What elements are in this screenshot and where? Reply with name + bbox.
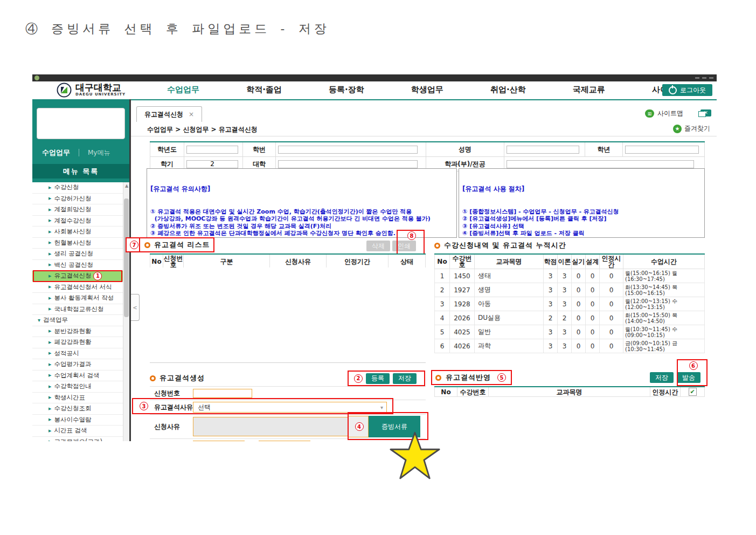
name-field[interactable] [507, 146, 579, 154]
arrow-right-icon: ▶ [48, 285, 51, 289]
table-row[interactable]: 54025일반33000월(10:30~11:45) 수(09:00~10:15… [435, 325, 705, 339]
reasontype-label: 유고결석사유 [150, 400, 193, 414]
sidebar-item-13[interactable]: ▾검색업무 [32, 315, 123, 326]
sidebar-item-17[interactable]: ▶수업평가결과 [32, 359, 123, 371]
register-button[interactable]: 등록 [366, 373, 390, 384]
page-title: ④ 증빙서류 선택 후 파일업로드 - 저장 [25, 20, 330, 37]
absence-list-table: No 신청번호 구분 신청사유 인정기간 상태 [150, 253, 426, 269]
table-row[interactable]: 21927생명33000화(13:30~14:45) 목(15:00~16:15… [435, 283, 705, 297]
sidebar-item-label: 분반강좌현황 [54, 327, 91, 335]
table-row[interactable]: 64026과학33000금(09:00~10:15) 금(10:30~11:45… [435, 339, 705, 353]
nav-item-6[interactable]: 국제교류 [573, 85, 605, 95]
arrow-right-icon: ▶ [48, 329, 51, 333]
table-row[interactable]: 31928아동33000월(12:00~13:15) 수(12:00~13:15… [435, 297, 705, 311]
sidebar-item-label: 봉사이수열람 [54, 416, 91, 424]
grade-field[interactable] [625, 146, 699, 154]
sidebar-item-24[interactable]: ▶교과목개요(교과) [32, 437, 123, 442]
notice-cautions-title: [유고결석 유의사항] [150, 186, 453, 193]
sidebar-item-2[interactable]: ▶수강허가신청 [32, 194, 123, 205]
sidebar-item-10[interactable]: ▶유고결석신청서 서식 [32, 282, 123, 293]
section-bullet-icon [150, 375, 156, 381]
favorite-link[interactable]: ★ 즐겨찾기 [673, 124, 710, 133]
arrow-right-icon: ▶ [48, 385, 51, 389]
sidebar-item-label: 유고결석신청 [54, 272, 91, 280]
sidebar-item-6[interactable]: ▶헌혈봉사신청 [32, 238, 123, 249]
college-field[interactable] [278, 160, 418, 168]
sidebar-item-8[interactable]: ▶백신 공결신청 [32, 260, 123, 271]
sidebar-item-3[interactable]: ▶계절희망신청 [32, 204, 123, 216]
sidebar-item-21[interactable]: ▶수강신청조회 [32, 403, 123, 415]
reason-label: 신청사유 [150, 415, 193, 438]
appno-field[interactable] [193, 389, 252, 398]
close-window-icon[interactable]: ✕ [700, 109, 711, 116]
favicon-icon [34, 76, 39, 80]
sidebar-item-7[interactable]: ▶생리 공결신청 [32, 249, 123, 260]
nav-item-5[interactable]: 취업·산학 [490, 85, 526, 95]
sidebar-item-23[interactable]: ▶시간표 검색 [32, 426, 123, 437]
sidebar-item-11[interactable]: ▶봉사 활동계획서 작성 [32, 293, 123, 304]
university-name: 대구대학교 [75, 83, 126, 92]
sidebar-item-9[interactable]: ▶유고결석신청1 [32, 271, 123, 282]
sidebar-item-12[interactable]: ▶국내학점교류신청 [32, 304, 123, 315]
absence-apply-header: 유고결석반영 5 [431, 370, 512, 385]
nav-item-3[interactable]: 등록·장학 [329, 85, 364, 95]
main-nav: 수업업무학적·졸업등록·장학학생업무취업·산학국제교류사이트맵 [167, 81, 684, 98]
tab-close-icon[interactable]: × [189, 111, 194, 118]
sidebar-item-14[interactable]: ▶분반강좌현황 [32, 326, 123, 338]
studentno-label: 학번 [243, 142, 276, 157]
table-row[interactable]: 42026DU실용22000화(15:00~15:50) 목(14:00~14:… [435, 311, 705, 325]
reasontype-select[interactable]: 선택 ▾ [193, 402, 387, 413]
table-row[interactable]: 11450생태33000월(15:00~16:15) 월(16:30~17:45… [435, 269, 705, 283]
arrow-right-icon: ▶ [48, 241, 51, 245]
logout-button[interactable]: 로그아웃 [662, 84, 712, 96]
studentno-field[interactable] [278, 146, 418, 154]
year-field[interactable] [186, 146, 238, 154]
arrow-right-icon: ▶ [48, 252, 51, 256]
reason-textarea[interactable] [193, 417, 348, 436]
sidebar-item-16[interactable]: ▶성적공시 [32, 348, 123, 360]
nav-item-4[interactable]: 학생업무 [411, 85, 443, 95]
semester-field[interactable] [186, 160, 238, 168]
sidebar-item-1[interactable]: ▶수강신청 [32, 182, 123, 194]
arrow-right-icon: ▶ [48, 417, 51, 422]
sidebar-collapse-button[interactable]: < [131, 294, 140, 321]
dept-field[interactable] [507, 160, 694, 168]
university-name-en: DAEGU UNIVERSITY [75, 92, 126, 97]
sidebar-item-5[interactable]: ▶사회봉사신청 [32, 227, 123, 238]
sidebar-item-19[interactable]: ▶수강학점안내 [32, 381, 123, 393]
arrow-right-icon: ▶ [48, 296, 51, 300]
nav-item-2[interactable]: 학적·졸업 [246, 85, 282, 95]
scrollbar-thumb[interactable] [124, 198, 129, 317]
create-save-button[interactable]: 저장 [393, 373, 417, 384]
period-start-field[interactable] [193, 441, 245, 441]
arrow-right-icon: ▶ [48, 440, 51, 441]
sidebar-item-4[interactable]: ▶계절수강신청 [32, 216, 123, 227]
delete-button[interactable]: 삭제 [366, 241, 390, 251]
enrollment-table: No 수강번호 교과목명 학점 이론 실기 설계 인정시간 수업시간 11450… [434, 253, 705, 353]
sidebar-item-label: 백신 공결신청 [54, 261, 93, 269]
sitemap-link[interactable]: ⊞ 사이트맵 [645, 109, 683, 118]
sidebar-tab-my[interactable]: My메뉴 [88, 148, 110, 157]
period-end-field[interactable] [259, 441, 310, 441]
sidebar-item-20[interactable]: ▶학생시간표 [32, 393, 123, 404]
tab-absence-application[interactable]: 유고결석신청 × [136, 106, 202, 122]
absence-create-header: 유고결석생성 [150, 373, 205, 383]
select-all-checkbox[interactable]: ✔ [689, 388, 697, 396]
university-logo[interactable]: 대구대학교 DAEGU UNIVERSITY [57, 83, 126, 98]
apply-save-button[interactable]: 저장 [650, 372, 674, 383]
sidebar-item-18[interactable]: ▶수업계획서 검색 [32, 371, 123, 382]
sidebar-item-22[interactable]: ▶봉사이수열람 [32, 415, 123, 426]
sidebar-tab-class[interactable]: 수업업무 [32, 148, 70, 157]
enrollment-header: 수강신청내역 및 유고결석 누적시간 [434, 241, 566, 250]
sidebar-item-label: 교과목개요(교과) [54, 438, 102, 441]
sidebar-menu: ▶수강신청▶수강허가신청▶계절희망신청▶계절수강신청▶사회봉사신청▶헌혈봉사신청… [32, 182, 123, 441]
sidebar-item-15[interactable]: ▶폐강강좌현황 [32, 337, 123, 348]
chevron-down-icon: ▾ [38, 317, 40, 323]
absence-list-title: 유고결석 리스트 [154, 240, 210, 250]
sidebar-item-label: 계절수강신청 [54, 217, 91, 225]
arrow-right-icon: ▶ [48, 274, 51, 278]
sidebar-info-box [37, 108, 125, 139]
sidebar-item-label: 시간표 검색 [54, 427, 87, 435]
nav-item-1[interactable]: 수업업무 [167, 85, 199, 95]
window-controls[interactable] [695, 77, 713, 79]
